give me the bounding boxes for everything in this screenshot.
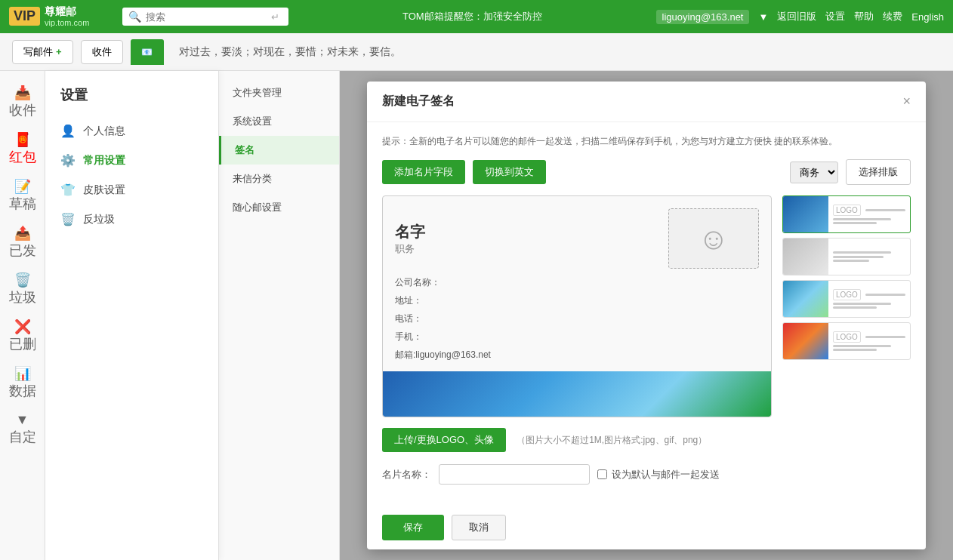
left-nav-item-custom[interactable]: ▼自定	[0, 406, 45, 452]
settings-link[interactable]: 设置	[825, 10, 845, 23]
default-send-checkbox-label[interactable]: 设为默认与邮件一起发送	[597, 468, 720, 482]
card-mobile: 手机：	[395, 328, 759, 346]
write-button[interactable]: 写邮件 +	[12, 40, 73, 64]
save-button[interactable]: 保存	[382, 515, 444, 540]
card-preview: 名字 职务 ☺ 公司名称： 地址：	[382, 195, 772, 417]
card-name: 名字	[395, 222, 653, 242]
sub-menu-system[interactable]: 系统设置	[219, 107, 339, 136]
tab-active[interactable]: 📧	[131, 39, 164, 65]
template-wave-3	[783, 281, 828, 317]
search-bar: 🔍 ↵	[122, 8, 288, 26]
settings-title: 设置	[45, 86, 218, 116]
upload-logo-button[interactable]: 上传/更换LOGO、头像	[382, 428, 506, 452]
gear-icon: ⚙️	[60, 153, 76, 168]
inbox-button[interactable]: 收件	[81, 40, 123, 64]
left-nav-item-deleted[interactable]: ❌已删	[0, 312, 45, 359]
search-input[interactable]	[146, 11, 267, 23]
left-nav-item-sent[interactable]: 📤已发	[0, 219, 45, 266]
help-link[interactable]: 帮助	[854, 10, 874, 23]
menu-label-common: 常用设置	[83, 154, 125, 168]
template-text-1: LOGO	[828, 202, 910, 227]
left-nav-item-inbox[interactable]: 📥收件	[0, 78, 45, 125]
menu-label-skin: 皮肤设置	[83, 183, 125, 197]
left-nav-item-draft[interactable]: 📝草稿	[0, 172, 45, 219]
sub-menu-folder[interactable]: 文件夹管理	[219, 78, 339, 107]
topbar-notice: TOM邮箱提醒您：加强安全防控	[296, 10, 649, 23]
return-old-link[interactable]: 返回旧版	[777, 10, 816, 23]
template-text-2	[828, 248, 910, 265]
left-nav-item-trash[interactable]: 🗑️垃圾	[0, 266, 45, 312]
menu-item-common[interactable]: ⚙️ 常用设置	[45, 146, 218, 175]
card-inner: 名字 职务 ☺ 公司名称： 地址：	[383, 196, 771, 364]
tshirt-icon: 👕	[60, 183, 76, 197]
cancel-button[interactable]: 取消	[452, 515, 506, 540]
banner-text: 对过去，要淡；对现在，要惜；对未来，要信。	[171, 45, 941, 59]
english-link[interactable]: English	[911, 11, 944, 23]
template-wave-1	[783, 196, 828, 232]
settings-menu: 👤 个人信息 ⚙️ 常用设置 👕 皮肤设置 🗑️ 反垃圾	[45, 116, 218, 234]
menu-item-personal[interactable]: 👤 个人信息	[45, 116, 218, 146]
card-position: 职务	[395, 242, 653, 256]
type-select[interactable]: 商务 个人 创意	[790, 162, 838, 183]
card-name-row: 名字 职务 ☺	[395, 208, 759, 269]
logo-badge-4: LOGO	[833, 331, 861, 343]
dialog-title: 新建电子签名	[382, 94, 455, 109]
template-item-1[interactable]: LOGO	[782, 195, 911, 233]
trash-icon: 🗑️	[60, 212, 76, 226]
card-address: 地址：	[395, 291, 759, 309]
smiley-icon: ☺	[699, 222, 729, 256]
logo-badge-3: LOGO	[833, 289, 861, 300]
menu-label-spam: 反垃圾	[83, 213, 115, 226]
template-item-3[interactable]: LOGO	[782, 280, 911, 318]
vip-badge: VIP	[9, 7, 40, 26]
renew-link[interactable]: 续费	[883, 10, 902, 23]
template-item-4[interactable]: LOGO	[782, 322, 911, 360]
search-icon: 🔍	[128, 11, 141, 23]
vip-logo: VIP 尊耀邮 vip.tom.com	[9, 5, 115, 28]
switch-en-button[interactable]: 切换到英文	[473, 160, 546, 184]
card-fields: 公司名称： 地址： 电话： 手机： 邮箱:liguoying@163.net	[395, 273, 759, 364]
logo-badge-1: LOGO	[833, 205, 861, 216]
site-name: 尊耀邮	[45, 5, 89, 18]
upload-row: 上传/更换LOGO、头像 （图片大小不超过1M,图片格式:jpg、gif、png…	[382, 428, 911, 452]
dialog-close-button[interactable]: ×	[902, 94, 911, 109]
menu-item-spam[interactable]: 🗑️ 反垃圾	[45, 205, 218, 234]
sub-menu-panel: 文件夹管理 系统设置 签名 来信分类 随心邮设置	[219, 71, 340, 560]
main-layout: 📥收件 🧧红包 📝草稿 📤已发 🗑️垃圾 ❌已删 📊数据 ▼自定 设置 👤 个人…	[0, 71, 953, 560]
dialog: 新建电子签名 × 提示：全新的电子名片可以随您的邮件一起发送，扫描二维码保存到手…	[367, 82, 926, 549]
default-send-label: 设为默认与邮件一起发送	[612, 468, 720, 482]
template-wave-4	[783, 323, 828, 359]
user-email[interactable]: liguoying@163.net	[656, 10, 750, 24]
inbox-label: 收件	[92, 46, 112, 57]
card-phone: 电话：	[395, 309, 759, 328]
topbar-right: liguoying@163.net ▼ 返回旧版 设置 帮助 续费 Englis…	[656, 10, 944, 24]
card-name-input[interactable]	[439, 464, 590, 485]
template-wave-2	[783, 238, 828, 275]
menu-item-skin[interactable]: 👕 皮肤设置	[45, 175, 218, 205]
topbar: VIP 尊耀邮 vip.tom.com 🔍 ↵ TOM邮箱提醒您：加强安全防控 …	[0, 0, 953, 33]
template-text-4: LOGO	[828, 328, 910, 354]
plus-icon: +	[56, 46, 62, 57]
search-enter-icon: ↵	[271, 11, 279, 23]
dialog-body: 提示：全新的电子名片可以随您的邮件一起发送，扫描二维码保存到手机，为您与对方建立…	[367, 122, 926, 507]
left-nav: 📥收件 🧧红包 📝草稿 📤已发 🗑️垃圾 ❌已删 📊数据 ▼自定	[0, 71, 45, 560]
card-name-label: 名片名称：	[382, 468, 431, 482]
default-send-checkbox[interactable]	[597, 469, 607, 479]
add-field-button[interactable]: 添加名片字段	[382, 160, 465, 184]
content-area: 新建电子签名 × 提示：全新的电子名片可以随您的邮件一起发送，扫描二维码保存到手…	[340, 71, 953, 560]
sub-menu-anymail[interactable]: 随心邮设置	[219, 193, 339, 222]
template-list: LOGO	[782, 195, 911, 417]
select-layout-button[interactable]: 选择排版	[846, 159, 911, 185]
site-url: vip.tom.com	[45, 18, 89, 28]
dialog-actions: 添加名片字段 切换到英文 商务 个人 创意 选择排版	[382, 159, 911, 185]
card-layout: 名字 职务 ☺ 公司名称： 地址：	[382, 195, 911, 417]
sub-menu-signature[interactable]: 签名	[219, 136, 339, 165]
topbar-dropdown-icon: ▼	[758, 11, 768, 23]
dialog-footer: 保存 取消	[367, 507, 926, 549]
left-nav-item-data[interactable]: 📊数据	[0, 359, 45, 406]
template-item-2[interactable]	[782, 238, 911, 275]
template-text-3: LOGO	[828, 286, 910, 312]
toolbar: 写邮件 + 收件 📧 对过去，要淡；对现在，要惜；对未来，要信。	[0, 33, 953, 71]
left-nav-item-hongbao[interactable]: 🧧红包	[0, 125, 45, 172]
sub-menu-filter[interactable]: 来信分类	[219, 165, 339, 193]
